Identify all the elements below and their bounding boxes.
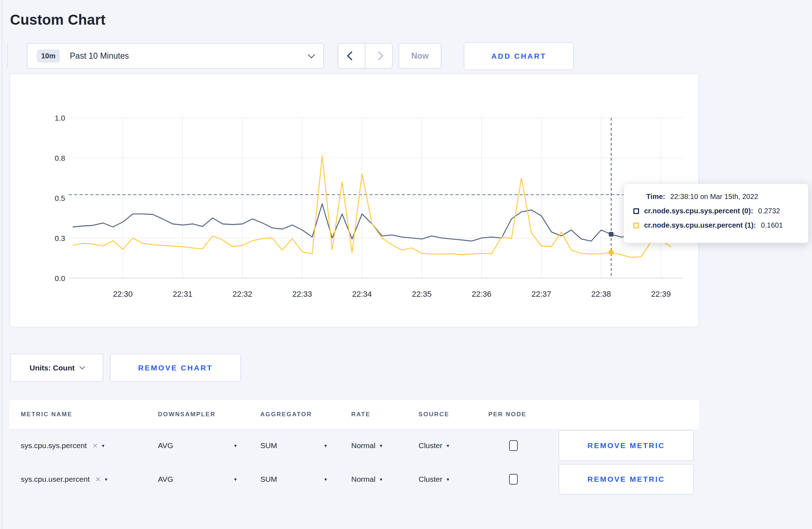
- remove-metric-cell: REMOVE METRIC: [551, 430, 699, 461]
- col-header-downsampler: DOWNSAMPLER: [158, 411, 260, 418]
- caret-down-icon: ▾: [380, 443, 382, 448]
- col-header-source: SOURCE: [419, 411, 488, 418]
- tooltip-time-label: Time:: [646, 193, 665, 201]
- chart-card: 1.00.80.50.30.022:3022:3122:3222:3322:34…: [9, 73, 699, 327]
- svg-text:22:34: 22:34: [352, 290, 372, 299]
- crosshair-marker-1: [609, 250, 613, 255]
- page-left-border: [2, 0, 3, 529]
- tooltip-series-row: cr.node.sys.cpu.user.percent (1): 0.1601: [633, 221, 808, 229]
- tooltip-series-label: cr.node.sys.cpu.user.percent (1):: [644, 221, 756, 229]
- downsampler-select[interactable]: AVG ▾: [158, 475, 260, 484]
- caret-down-icon: ▾: [324, 443, 327, 448]
- svg-text:1.0: 1.0: [55, 114, 65, 122]
- tooltip-time-value: 22:38:10 on Mar 15th, 2022: [670, 193, 758, 201]
- aggregator-select[interactable]: SUM ▾: [260, 475, 351, 484]
- series-user-swatch-icon: [633, 223, 639, 228]
- per-node-checkbox[interactable]: [509, 440, 518, 451]
- time-back-button[interactable]: [338, 44, 366, 68]
- metrics-table-header: METRIC NAME DOWNSAMPLER AGGREGATOR RATE …: [9, 400, 699, 429]
- downsampler-select[interactable]: AVG ▾: [158, 441, 260, 450]
- caret-down-icon: ▾: [234, 443, 237, 448]
- chevron-left-icon: [347, 51, 356, 60]
- page-title: Custom Chart: [10, 12, 106, 28]
- remove-metric-cell: REMOVE METRIC: [551, 464, 699, 495]
- svg-text:0.5: 0.5: [55, 194, 65, 202]
- time-forward-button[interactable]: [366, 44, 392, 68]
- col-header-per-node: PER NODE: [488, 411, 551, 418]
- time-range-dropdown[interactable]: 10m Past 10 Minutes: [27, 43, 324, 69]
- tooltip-series-label: cr.node.sys.cpu.sys.percent (0):: [644, 207, 753, 215]
- time-range-badge: 10m: [37, 49, 60, 63]
- caret-down-icon: ▾: [102, 443, 104, 448]
- svg-text:22:30: 22:30: [113, 290, 132, 299]
- chart-axis-labels: 1.00.80.50.30.022:3022:3122:3222:3322:34…: [55, 114, 671, 299]
- svg-text:22:39: 22:39: [651, 290, 671, 299]
- rate-select[interactable]: Normal ▾: [351, 475, 419, 484]
- svg-text:22:36: 22:36: [472, 290, 491, 299]
- series-sys-swatch-icon: [633, 208, 639, 214]
- svg-text:22:33: 22:33: [292, 290, 312, 299]
- chart-tooltip: Time: 22:38:10 on Mar 15th, 2022 cr.node…: [624, 184, 808, 243]
- toolbar-left-divider: [7, 42, 8, 69]
- svg-text:22:37: 22:37: [531, 290, 551, 299]
- caret-down-icon: ▾: [447, 443, 449, 448]
- col-header-aggregator: AGGREGATOR: [260, 411, 351, 418]
- col-header-metric-name: METRIC NAME: [21, 411, 158, 418]
- metric-name-select[interactable]: sys.cpu.user.percent: [21, 475, 90, 484]
- add-chart-button[interactable]: ADD CHART: [464, 42, 574, 70]
- chevron-down-icon: [79, 364, 85, 370]
- per-node-checkbox[interactable]: [509, 474, 518, 485]
- time-range-label: Past 10 Minutes: [70, 51, 129, 61]
- per-node-cell: [488, 474, 551, 485]
- remove-metric-button[interactable]: REMOVE METRIC: [559, 464, 694, 495]
- chevron-right-icon: [374, 51, 383, 60]
- tooltip-series-value: 0.2732: [758, 207, 780, 215]
- tooltip-series-value: 0.1601: [761, 221, 783, 229]
- series-line-1: [73, 156, 671, 257]
- close-icon[interactable]: ×: [92, 441, 97, 450]
- remove-chart-button[interactable]: REMOVE CHART: [110, 354, 241, 382]
- metric-name-select[interactable]: sys.cpu.sys.percent: [21, 441, 87, 450]
- svg-text:0.8: 0.8: [55, 154, 65, 162]
- per-node-cell: [488, 440, 551, 451]
- crosshair-marker-0: [609, 232, 613, 237]
- caret-down-icon: ▾: [105, 476, 107, 482]
- source-select[interactable]: Cluster ▾: [419, 441, 488, 450]
- svg-text:22:35: 22:35: [412, 290, 431, 299]
- units-label: Units: Count: [30, 364, 75, 372]
- source-select[interactable]: Cluster ▾: [419, 475, 488, 484]
- metric-row: sys.cpu.sys.percent × ▾ AVG ▾ SUM ▾ Norm…: [9, 429, 699, 462]
- cpu-usage-chart[interactable]: 1.00.80.50.30.022:3022:3122:3222:3322:34…: [10, 74, 699, 327]
- custom-chart-page: Custom Chart 10m Past 10 Minutes Now ADD…: [0, 0, 812, 529]
- chevron-down-icon: [308, 51, 315, 58]
- remove-metric-button[interactable]: REMOVE METRIC: [559, 430, 694, 461]
- svg-text:22:32: 22:32: [232, 290, 252, 299]
- caret-down-icon: ▾: [234, 476, 237, 482]
- tooltip-time-row: Time: 22:38:10 on Mar 15th, 2022: [646, 193, 808, 201]
- rate-select[interactable]: Normal ▾: [351, 441, 419, 450]
- svg-text:22:38: 22:38: [591, 290, 611, 299]
- metric-name-cell: sys.cpu.user.percent × ▾: [21, 475, 158, 484]
- now-button[interactable]: Now: [398, 43, 441, 69]
- time-nav-group: [338, 43, 393, 69]
- units-dropdown[interactable]: Units: Count: [10, 354, 103, 382]
- svg-text:0.0: 0.0: [55, 274, 65, 282]
- aggregator-select[interactable]: SUM ▾: [260, 441, 351, 450]
- caret-down-icon: ▾: [380, 476, 382, 482]
- caret-down-icon: ▾: [447, 476, 449, 482]
- svg-text:22:31: 22:31: [173, 290, 192, 299]
- close-icon[interactable]: ×: [96, 475, 101, 484]
- metrics-table: METRIC NAME DOWNSAMPLER AGGREGATOR RATE …: [9, 400, 699, 496]
- tooltip-series-row: cr.node.sys.cpu.sys.percent (0): 0.2732: [633, 207, 808, 215]
- caret-down-icon: ▾: [324, 476, 327, 482]
- metric-name-cell: sys.cpu.sys.percent × ▾: [21, 441, 158, 450]
- metric-row: sys.cpu.user.percent × ▾ AVG ▾ SUM ▾ Nor…: [9, 462, 699, 496]
- col-header-rate: RATE: [351, 411, 419, 418]
- svg-text:0.3: 0.3: [55, 234, 65, 242]
